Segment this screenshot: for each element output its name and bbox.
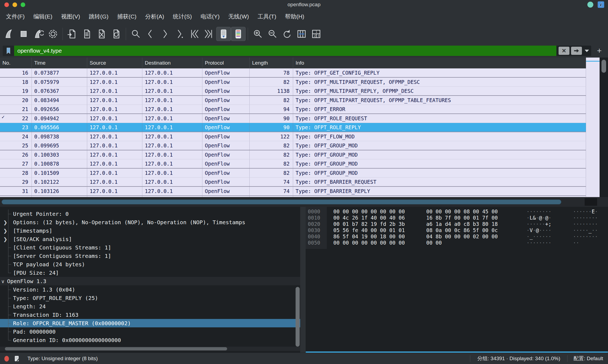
reload-file-button[interactable] [109,27,124,41]
column-header-length[interactable]: Length [250,58,293,68]
menu-item[interactable]: 捕获(C) [113,11,141,23]
menu-item[interactable]: 跳转(G) [84,11,113,23]
auto-scroll-button[interactable] [216,27,231,41]
resize-columns-button[interactable] [294,27,309,41]
menu-item[interactable]: 无线(W) [224,11,253,23]
packet-row[interactable]: 160.073877127.0.0.1127.0.0.1OpenFlow78Ty… [0,68,586,78]
filter-dropdown-caret[interactable] [585,50,589,52]
first-packet-button[interactable] [187,27,202,41]
packet-list-vscrollbar[interactable] [600,58,608,207]
go-to-packet-button[interactable] [172,27,187,41]
capture-comment-icon[interactable] [13,355,20,362]
detail-row[interactable]: [PDU Size: 24] [0,268,300,277]
detail-row[interactable]: [Server Contiguous Streams: 1] [0,252,300,260]
pane-divider[interactable] [300,207,306,353]
packet-row[interactable]: 240.098738127.0.0.1127.0.0.1OpenFlow122T… [0,132,586,141]
vscroll-thumb[interactable] [601,60,606,73]
detail-row[interactable]: TCP payload (24 bytes) [0,260,300,268]
detail-row[interactable]: Length: 24 [0,302,300,311]
filter-clear-button[interactable]: ✕ [559,47,569,55]
hex-row[interactable]: 004086 5f 04 19 00 18 00 0004 8b 00 00 0… [306,233,598,239]
last-packet-button[interactable] [202,27,216,41]
menu-item[interactable]: 文件(F) [2,11,29,23]
colorize-button[interactable] [231,27,246,41]
packet-list-hscrollbar[interactable] [0,197,608,207]
open-file-button[interactable] [65,27,80,41]
column-header-no[interactable]: No. [0,58,32,68]
go-back-button[interactable] [143,27,158,41]
restart-capture-button[interactable] [31,27,46,41]
packet-row[interactable]: 210.092656127.0.0.1127.0.0.1OpenFlow94Ty… [0,105,586,114]
expand-expander-icon[interactable]: ❯ [3,236,7,242]
detail-hscroll-thumb[interactable] [5,347,227,350]
packet-row[interactable]: 280.101509127.0.0.1127.0.0.1OpenFlow82Ty… [0,169,586,178]
menu-item[interactable]: 统计(S) [168,11,196,23]
zoom-out-button[interactable] [265,27,280,41]
column-header-destination[interactable]: Destination [142,58,202,68]
packet-row[interactable]: 270.100878127.0.0.1127.0.0.1OpenFlow82Ty… [0,159,586,169]
detail-row[interactable]: ❯[SEQ/ACK analysis] [0,235,300,243]
filter-apply-button[interactable] [571,47,582,55]
stop-capture-button[interactable] [16,27,31,41]
detail-row[interactable]: Urgent Pointer: 0 [0,210,300,218]
menu-item[interactable]: 编辑(E) [29,11,57,23]
packet-cell: 127.0.0.1 [87,87,142,95]
packet-row[interactable]: 220.094942127.0.0.1127.0.0.1OpenFlow90Ty… [0,114,586,123]
packet-row[interactable]: 230.095566127.0.0.1127.0.0.1OpenFlow90Ty… [0,123,586,132]
start-capture-button[interactable] [2,27,16,41]
filter-bookmark-button[interactable] [3,46,14,56]
detail-row[interactable]: [Client Contiguous Streams: 1] [0,243,300,252]
hex-row[interactable]: 002000 01 b7 82 19 fd 2b 3ba6 1a d4 a0 c… [306,221,598,227]
detail-row[interactable]: Pad: 00000000 [0,327,300,336]
packet-list-minimap[interactable] [586,58,600,207]
packet-row[interactable]: 250.099695127.0.0.1127.0.0.1OpenFlow82Ty… [0,141,586,150]
hex-row[interactable]: 001000 4c 26 1f 40 00 40 0616 8b 7f 00 0… [306,214,598,221]
add-filter-button[interactable]: + [593,45,605,56]
menu-item[interactable]: 视图(V) [57,11,84,23]
detail-hscrollbar[interactable] [0,347,300,351]
zoom-in-button[interactable] [250,27,265,41]
hex-ascii: ······E· [573,208,598,214]
packet-row[interactable]: 290.102122127.0.0.1127.0.0.1OpenFlow74Ty… [0,178,586,187]
packet-row[interactable]: 310.103126127.0.0.1127.0.0.1OpenFlow74Ty… [0,187,586,196]
hex-row[interactable]: 005000 00 00 00 00 00 00 0000 00········… [306,239,598,246]
detail-row[interactable]: Type: OFPT_ROLE_REPLY (25) [0,294,300,302]
hscroll-thumb[interactable] [2,200,561,204]
hex-row[interactable]: 003005 56 fe 40 00 00 01 0108 0a 00 0c 8… [306,227,598,233]
detail-row[interactable]: ❯Options: (12 bytes), No-Operation (NOP)… [0,218,300,226]
expert-info-icon[interactable] [4,356,9,362]
packet-row[interactable]: 260.100303127.0.0.1127.0.0.1OpenFlow82Ty… [0,150,586,159]
column-header-info[interactable]: Info [293,58,586,68]
packet-row[interactable]: 180.075979127.0.0.1127.0.0.1OpenFlow82Ty… [0,78,586,87]
column-header-source[interactable]: Source [87,58,142,68]
packet-row[interactable]: 190.076367127.0.0.1127.0.0.1OpenFlow1138… [0,87,586,96]
display-filter-input[interactable] [14,46,556,56]
reset-layout-button[interactable] [309,27,324,41]
menu-item[interactable]: 分析(A) [141,11,168,23]
detail-row[interactable]: ❯[Timestamps] [0,226,300,235]
menu-item[interactable]: 电话(Y) [196,11,224,23]
expand-expander-icon[interactable]: ❯ [3,219,7,225]
capture-options-button[interactable] [46,27,60,41]
close-file-button[interactable] [94,27,109,41]
find-packet-button[interactable] [128,27,143,41]
menu-item[interactable]: 帮助(H) [281,11,309,23]
go-forward-button[interactable] [158,27,172,41]
detail-row-text: [Timestamps] [13,227,52,234]
detail-row[interactable]: Generation ID: 0x0000000000000000 [0,336,300,344]
save-file-button[interactable] [80,27,94,41]
menu-item[interactable]: 工具(T) [253,11,281,23]
detail-row[interactable]: Version: 1.3 (0x04) [0,285,300,294]
detail-row[interactable]: ∨OpenFlow 1.3 [0,277,300,285]
collapse-expander-icon[interactable]: ∨ [1,278,5,284]
column-header-protocol[interactable]: Protocol [202,58,250,68]
zoom-reset-button[interactable] [280,27,294,41]
detail-row[interactable]: Transaction ID: 1163 [0,311,300,319]
profile-text[interactable]: 配置: Default [568,355,608,362]
expand-expander-icon[interactable]: ❯ [3,228,7,233]
column-header-time[interactable]: Time [32,58,87,68]
packet-row[interactable]: 200.083494127.0.0.1127.0.0.1OpenFlow82Ty… [0,96,586,105]
hex-row[interactable]: 000000 00 00 00 00 00 00 0000 00 00 00 0… [306,208,598,214]
detail-row[interactable]: Role: OFPCR_ROLE_MASTER (0x00000002) [0,319,300,327]
detail-vscrollbar-thumb[interactable] [296,287,300,347]
